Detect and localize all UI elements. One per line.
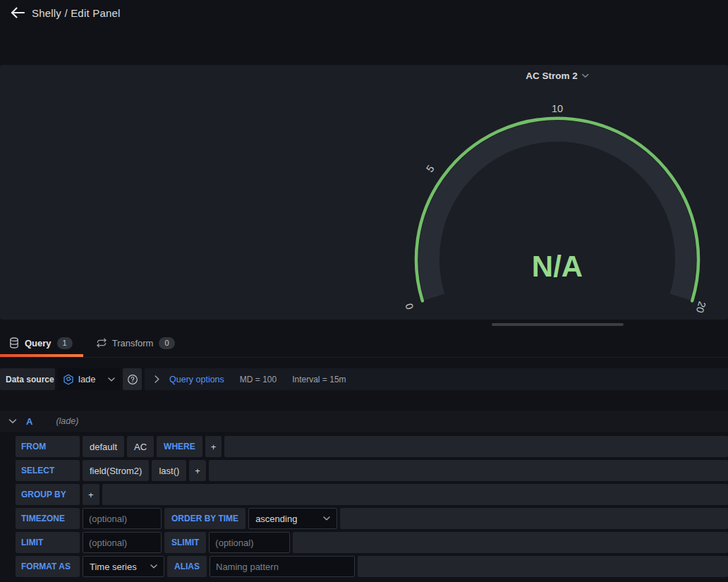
format-as-select-value: Time series: [90, 562, 137, 572]
query-ref-id: A: [26, 416, 32, 427]
select-field-segment[interactable]: field(Strom2): [83, 460, 149, 481]
top-header: Shelly / Edit Panel: [0, 0, 728, 25]
tab-query[interactable]: Query 1: [9, 337, 73, 349]
tab-query-label: Query: [25, 338, 51, 348]
query-options-bar: Query options MD = 100 Interval = 15m: [145, 368, 728, 390]
select-function-segment[interactable]: last(): [152, 460, 186, 481]
gauge-tick-0: 0: [403, 302, 415, 310]
group-by-row-label: GROUP BY: [16, 484, 80, 505]
interval-value: Interval = 15m: [292, 375, 346, 384]
limit-row-filler: [293, 532, 728, 553]
chevron-down-icon: [323, 516, 330, 521]
datasource-label: Data source: [0, 368, 55, 390]
format-as-row-filler: [358, 556, 728, 577]
panel-title: AC Strom 2: [526, 71, 578, 81]
slimit-input[interactable]: [209, 532, 290, 553]
gauge-tick-10: 10: [552, 103, 563, 114]
panel-resize-handle[interactable]: [492, 323, 624, 326]
tab-transform[interactable]: Transform 0: [97, 337, 175, 349]
chevron-right-icon: [154, 375, 159, 383]
from-row-label: FROM: [16, 436, 80, 457]
timezone-input[interactable]: [83, 508, 162, 529]
tab-transform-label: Transform: [112, 338, 154, 348]
slimit-label: SLIMIT: [164, 532, 206, 553]
query-datasource-hint: (lade): [56, 416, 78, 426]
gauge-value: N/A: [532, 250, 583, 283]
question-circle-icon: [127, 374, 138, 385]
query-options-label: Query options: [169, 375, 224, 384]
collapse-query-button[interactable]: [8, 419, 17, 424]
from-row-filler: [224, 436, 728, 457]
transform-count-badge: 0: [159, 337, 174, 349]
order-by-time-label: ORDER BY TIME: [164, 508, 245, 529]
query-row-limit: LIMITSLIMIT: [16, 532, 728, 553]
back-button[interactable]: [6, 3, 30, 23]
alias-input[interactable]: [210, 556, 355, 577]
timezone-row-filler: [340, 508, 728, 529]
measurement-segment[interactable]: AC: [127, 436, 154, 457]
gauge-chart: 0 5 10 20 N/A: [0, 65, 728, 320]
editor-tabbar: Query 1 Transform 0: [0, 332, 728, 354]
database-icon: [9, 337, 19, 348]
order-by-time-select-value: ascending: [255, 514, 297, 524]
panel-title-menu[interactable]: AC Strom 2: [526, 71, 589, 81]
influxql-query-editor: FROMdefaultACWHERE+SELECTfield(Strom2)la…: [16, 436, 728, 580]
select-row-label: SELECT: [16, 460, 80, 481]
query-ref-row[interactable]: A (lade): [0, 411, 728, 432]
add-group-by-button[interactable]: +: [83, 484, 99, 505]
datasource-help-button[interactable]: [123, 368, 142, 390]
select-row-filler: [209, 460, 728, 481]
query-row-from: FROMdefaultACWHERE+: [16, 436, 728, 457]
query-count-badge: 1: [57, 337, 73, 349]
datasource-selected: lade: [78, 374, 104, 384]
tabbar-divider: [0, 357, 728, 358]
page-title: Shelly / Edit Panel: [32, 7, 121, 19]
add-where-condition-button[interactable]: +: [205, 436, 222, 457]
arrow-left-icon: [10, 6, 25, 20]
retention-policy-segment[interactable]: default: [83, 436, 124, 457]
where-keyword[interactable]: WHERE: [157, 436, 202, 457]
gauge-tick-5: 5: [424, 163, 437, 174]
query-row-format-as: FORMAT ASTime seriesALIAS: [16, 556, 728, 577]
alias-label: ALIAS: [167, 556, 207, 577]
chevron-down-icon: [581, 73, 589, 78]
query-row-group-by: GROUP BY+: [16, 484, 728, 505]
chevron-down-icon: [150, 564, 157, 569]
datasource-picker[interactable]: lade: [58, 368, 120, 390]
panel-preview: 0 5 10 20 N/A AC Strom 2: [0, 65, 728, 320]
query-row-select: SELECTfield(Strom2)last()+: [16, 460, 728, 481]
datasource-row: Data source lade Query options MD = 100 …: [0, 368, 728, 390]
process-icon: [97, 338, 107, 348]
limit-row-label: LIMIT: [16, 532, 80, 553]
timezone-row-label: TIMEZONE: [16, 508, 80, 529]
max-data-points-value: MD = 100: [240, 375, 277, 384]
add-select-part-button[interactable]: +: [189, 460, 206, 481]
order-by-time-select[interactable]: ascending: [248, 508, 337, 529]
format-as-row-label: FORMAT AS: [16, 556, 80, 577]
chevron-down-icon: [108, 377, 115, 382]
query-row-timezone: TIMEZONEORDER BY TIMEascending: [16, 508, 728, 529]
query-options-toggle[interactable]: Query options: [154, 375, 224, 384]
chevron-down-icon: [8, 419, 17, 424]
influxdb-icon: [63, 374, 74, 385]
format-as-select[interactable]: Time series: [83, 556, 164, 577]
gauge-tick-20: 20: [694, 300, 708, 314]
group-by-row-filler: [102, 484, 728, 505]
limit-input[interactable]: [83, 532, 162, 553]
